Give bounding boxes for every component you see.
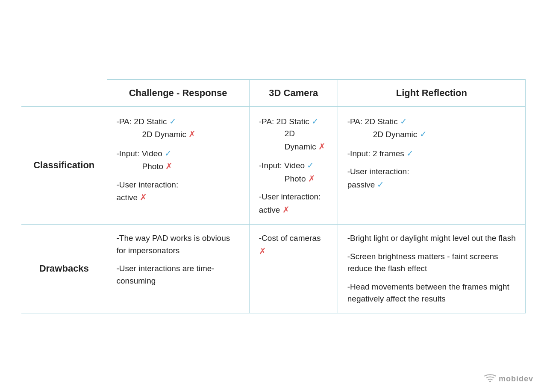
block-user-interaction: -User interaction: active ✗: [117, 179, 240, 204]
block-pa-2d-light: -PA: 2D Static ✓ 2D Dynamic ✓: [347, 115, 516, 141]
user-interaction-label-3d: -User interaction:: [259, 191, 328, 203]
block-pa-2d-3d: -PA: 2D Static ✓ 2D Dynamic ✗: [259, 115, 328, 153]
cross-icon-active: ✗: [140, 193, 147, 202]
cell-drawbacks-3dcamera: -Cost of cameras ✗: [249, 224, 338, 313]
cross-icon-pa-dynamic: ✗: [188, 129, 196, 139]
block-drawback-head-movements: -Head movements between the frames might…: [347, 281, 516, 305]
logo-icon: [484, 374, 496, 384]
check-icon-pa-dynamic-light: ✓: [420, 129, 427, 139]
pa-static-line-3d: -PA: 2D Static ✓: [259, 115, 328, 128]
check-icon-pa-static-light: ✓: [400, 117, 407, 126]
block-user-interaction-light: -User interaction: passive ✓: [347, 166, 516, 191]
check-icon-video-3d: ✓: [307, 161, 314, 170]
active-line-3d: active ✗: [259, 203, 328, 216]
pa-static-line: -PA: 2D Static ✓: [117, 115, 240, 128]
user-interaction-label-light: -User interaction:: [347, 166, 516, 178]
pa-dynamic-line-light: 2D Dynamic ✓: [347, 128, 516, 141]
row-label-drawbacks: Drawbacks: [21, 224, 107, 313]
cell-drawbacks-challenge: -The way PAD works is obvious for impers…: [107, 224, 249, 313]
active-line: active ✗: [117, 191, 240, 204]
user-interaction-label: -User interaction:: [117, 179, 240, 191]
pa-dynamic-line: 2D Dynamic ✗: [117, 128, 240, 141]
block-input: -Input: Video ✓ Photo ✗: [117, 147, 240, 173]
table-row-drawbacks: Drawbacks -The way PAD works is obvious …: [21, 224, 526, 313]
input-photo-line: Photo ✗: [117, 160, 240, 173]
cross-icon-photo: ✗: [165, 161, 173, 171]
cross-icon-cost: ✗: [259, 246, 266, 256]
check-icon-video: ✓: [165, 149, 172, 158]
cell-drawbacks-light: -Bright light or daylight might level ou…: [338, 224, 525, 313]
passive-line: passive ✓: [347, 178, 516, 191]
pa-dynamic-line-3d: 2D Dynamic ✗: [259, 128, 328, 153]
table-row-classification: Classification -PA: 2D Static ✓ 2D Dynam…: [21, 107, 526, 225]
block-drawback-pad: -The way PAD works is obvious for impers…: [117, 232, 240, 257]
block-drawback-user-interactions: -User interactions are time-consuming: [117, 263, 240, 287]
block-drawback-screen-brightness: -Screen brightness matters - faint scree…: [347, 251, 516, 275]
block-user-interaction-3d: -User interaction: active ✗: [259, 191, 328, 216]
block-input-3d: -Input: Video ✓ Photo ✗: [259, 159, 328, 185]
input-video-line: -Input: Video ✓: [117, 147, 240, 160]
logo-text: mobidev: [499, 374, 533, 383]
comparison-table: Challenge - Response 3D Camera Light Ref…: [21, 79, 526, 313]
input-video-line-3d: -Input: Video ✓: [259, 159, 328, 172]
block-input-light: -Input: 2 frames ✓: [347, 147, 516, 160]
svg-point-0: [489, 381, 491, 382]
header-col0: [21, 79, 107, 107]
input-2frames-line: -Input: 2 frames ✓: [347, 147, 516, 160]
cell-classification-3dcamera: -PA: 2D Static ✓ 2D Dynamic ✗ -Input: Vi…: [249, 107, 338, 225]
check-icon-passive: ✓: [377, 180, 384, 189]
block-pa-2d: -PA: 2D Static ✓ 2D Dynamic ✗: [117, 115, 240, 141]
cross-icon-photo-3d: ✗: [308, 174, 315, 183]
check-icon-pa-static: ✓: [169, 117, 176, 126]
pa-static-line-light: -PA: 2D Static ✓: [347, 115, 516, 128]
block-drawback-cost: -Cost of cameras ✗: [259, 232, 328, 257]
input-photo-line-3d: Photo ✗: [259, 172, 328, 185]
check-icon-pa-static-3d: ✓: [312, 117, 319, 126]
cell-classification-challenge: -PA: 2D Static ✓ 2D Dynamic ✗ -Input: Vi…: [107, 107, 249, 225]
cell-classification-light: -PA: 2D Static ✓ 2D Dynamic ✓ -Input: 2 …: [338, 107, 525, 225]
cross-icon-pa-dynamic-3d: ✗: [318, 142, 326, 151]
comparison-table-wrapper: Challenge - Response 3D Camera Light Ref…: [21, 79, 526, 313]
header-col3: Light Reflection: [338, 79, 525, 107]
row-label-classification: Classification: [21, 107, 107, 225]
block-drawback-bright-light: -Bright light or daylight might level ou…: [347, 232, 516, 245]
logo-area: mobidev: [484, 374, 533, 384]
cross-icon-active-3d: ✗: [282, 205, 290, 214]
header-col1: Challenge - Response: [107, 79, 249, 107]
header-col2: 3D Camera: [249, 79, 338, 107]
check-icon-2frames: ✓: [406, 149, 414, 158]
